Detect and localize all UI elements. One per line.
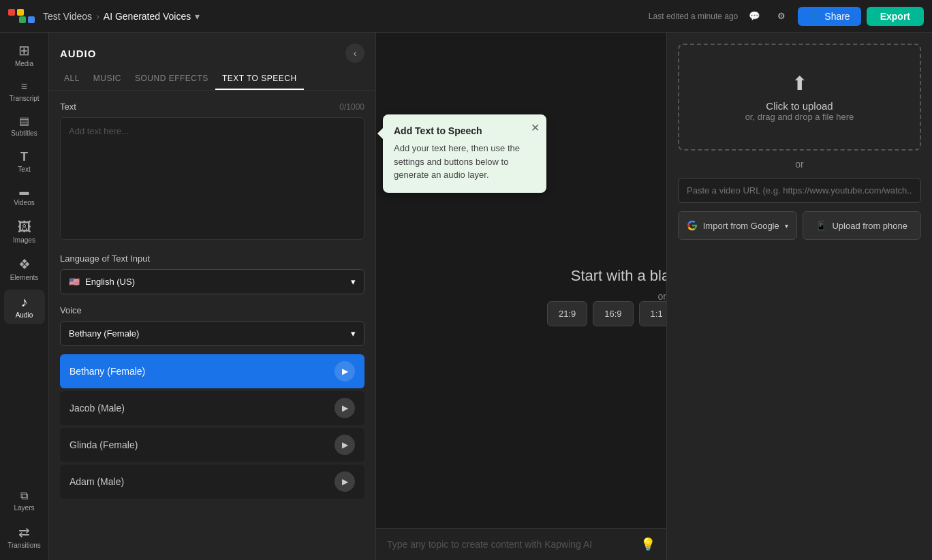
language-flag: 🇺🇸 bbox=[69, 277, 80, 287]
share-button[interactable]: 👤 Share bbox=[798, 7, 860, 26]
sidebar-item-transcript[interactable]: ≡ Transcript bbox=[4, 76, 45, 108]
upload-phone-button[interactable]: 📱 Upload from phone bbox=[803, 211, 922, 240]
voice-list: Bethany (Female) ▶ Jacob (Male) ▶ Glinda… bbox=[60, 354, 364, 499]
play-jacob-button[interactable]: ▶ bbox=[335, 398, 355, 418]
transcript-icon: ≡ bbox=[21, 81, 27, 92]
language-value: English (US) bbox=[85, 277, 351, 287]
sidebar-label-transcript: Transcript bbox=[9, 95, 39, 102]
upload-or-text: or bbox=[678, 159, 921, 170]
sidebar-item-text[interactable]: T Text bbox=[4, 145, 45, 178]
ai-topic-input[interactable] bbox=[387, 539, 640, 550]
tooltip-close-button[interactable]: ✕ bbox=[531, 121, 540, 134]
breadcrumb: Test Videos › AI Generated Voices ▾ bbox=[43, 11, 200, 22]
elements-icon: ❖ bbox=[18, 258, 31, 271]
panel-collapse-button[interactable]: ‹ bbox=[345, 44, 364, 63]
logo bbox=[8, 9, 35, 23]
voice-section: Voice Bethany (Female) ▾ Bethany (Female… bbox=[60, 305, 364, 499]
topbar-actions: Last edited a minute ago 💬 ⚙ 👤 Share Exp… bbox=[649, 5, 924, 27]
language-label: Language of Text Input bbox=[60, 253, 364, 264]
upload-text-sub: or, drag and drop a file here bbox=[693, 112, 906, 122]
import-google-button[interactable]: Import from Google ▾ bbox=[678, 211, 797, 240]
play-bethany-button[interactable]: ▶ bbox=[335, 361, 355, 382]
panel-content: Text 0/1000 Language of Text Input 🇺🇸 En… bbox=[49, 91, 375, 560]
canvas-area: Start with a blank canvas 21:9 16:9 1:1 … bbox=[376, 33, 932, 560]
upload-text-main: Click to upload bbox=[693, 100, 906, 112]
sidebar-label-videos: Videos bbox=[14, 199, 34, 206]
comment-button[interactable]: 💬 bbox=[743, 5, 765, 27]
language-chevron-icon: ▾ bbox=[351, 277, 356, 287]
share-icon: 👤 bbox=[809, 11, 820, 22]
voice-item-jacob[interactable]: Jacob (Male) ▶ bbox=[60, 391, 364, 425]
icon-sidebar: ⊞ Media ≡ Transcript ▤ Subtitles T Text … bbox=[0, 33, 49, 560]
voice-name-glinda: Glinda (Female) bbox=[69, 439, 138, 450]
sidebar-item-media[interactable]: ⊞ Media bbox=[4, 38, 45, 73]
sidebar-label-elements: Elements bbox=[10, 274, 39, 281]
videos-icon: ▬ bbox=[20, 187, 29, 196]
text-to-speech-input[interactable] bbox=[60, 117, 364, 240]
canvas-main: Start with a blank canvas 21:9 16:9 1:1 … bbox=[376, 33, 932, 560]
sidebar-label-media: Media bbox=[15, 60, 33, 67]
last-edited-label: Last edited a minute ago bbox=[649, 12, 738, 21]
subtitles-icon: ▤ bbox=[19, 116, 29, 127]
voice-item-bethany[interactable]: Bethany (Female) ▶ bbox=[60, 354, 364, 388]
breadcrumb-current: AI Generated Voices bbox=[104, 11, 191, 22]
voice-item-glinda[interactable]: Glinda (Female) ▶ bbox=[60, 428, 364, 462]
breadcrumb-dropdown-icon[interactable]: ▾ bbox=[195, 11, 200, 22]
audio-panel: AUDIO ‹ ALL MUSIC SOUND EFFECTS TEXT TO … bbox=[49, 33, 376, 560]
text-area-label: Text bbox=[60, 102, 76, 112]
voice-name-adam: Adam (Male) bbox=[69, 476, 124, 487]
panel-header: AUDIO ‹ bbox=[49, 33, 375, 68]
sidebar-label-transitions: Transitions bbox=[7, 542, 41, 549]
sidebar-item-videos[interactable]: ▬ Videos bbox=[4, 181, 45, 212]
upload-actions: Import from Google ▾ 📱 Upload from phone bbox=[678, 211, 921, 240]
ai-input-bar: 💡 bbox=[376, 528, 666, 560]
export-button[interactable]: Export bbox=[867, 7, 924, 26]
sidebar-item-images[interactable]: 🖼 Images bbox=[4, 215, 45, 249]
breadcrumb-separator: › bbox=[96, 11, 99, 22]
sidebar-item-audio[interactable]: ♪ Audio bbox=[4, 290, 45, 324]
images-icon: 🖼 bbox=[18, 220, 31, 234]
play-adam-button[interactable]: ▶ bbox=[335, 471, 355, 492]
canvas-or-text: or bbox=[658, 291, 666, 302]
voice-chevron-icon: ▾ bbox=[351, 328, 356, 339]
voice-selected-value: Bethany (Female) bbox=[69, 328, 351, 339]
settings-button[interactable]: ⚙ bbox=[771, 5, 792, 27]
text-char-count: 0/1000 bbox=[339, 102, 364, 112]
play-glinda-button[interactable]: ▶ bbox=[335, 435, 355, 455]
text-icon: T bbox=[20, 151, 28, 163]
tab-sound-effects[interactable]: SOUND EFFECTS bbox=[128, 68, 215, 90]
media-icon: ⊞ bbox=[18, 44, 30, 57]
upload-sub-text: or, drag and drop a file here bbox=[745, 112, 854, 122]
share-label: Share bbox=[824, 11, 850, 22]
audio-icon: ♪ bbox=[21, 295, 28, 309]
sidebar-item-elements[interactable]: ❖ Elements bbox=[4, 252, 45, 287]
sidebar-item-transitions[interactable]: ⇄ Transitions bbox=[4, 520, 45, 555]
tooltip-title: Add Text to Speech bbox=[394, 125, 535, 136]
sidebar-label-audio: Audio bbox=[16, 311, 33, 319]
aspect-21-9[interactable]: 21:9 bbox=[547, 301, 587, 326]
main-layout: ⊞ Media ≡ Transcript ▤ Subtitles T Text … bbox=[0, 33, 932, 560]
text-label-row: Text 0/1000 bbox=[60, 102, 364, 112]
panel-tabs: ALL MUSIC SOUND EFFECTS TEXT TO SPEECH bbox=[49, 68, 375, 91]
tab-text-to-speech[interactable]: TEXT TO SPEECH bbox=[215, 68, 304, 90]
sidebar-label-layers: Layers bbox=[14, 504, 34, 512]
language-section: Language of Text Input 🇺🇸 English (US) ▾ bbox=[60, 253, 364, 294]
tooltip-body: Add your text here, then use the setting… bbox=[394, 142, 535, 182]
voice-dropdown[interactable]: Bethany (Female) ▾ bbox=[60, 321, 364, 346]
voice-item-adam[interactable]: Adam (Male) ▶ bbox=[60, 465, 364, 499]
tab-all[interactable]: ALL bbox=[57, 68, 87, 90]
video-url-input[interactable] bbox=[678, 178, 921, 203]
language-dropdown[interactable]: 🇺🇸 English (US) ▾ bbox=[60, 269, 364, 294]
sidebar-item-subtitles[interactable]: ▤ Subtitles bbox=[4, 110, 45, 142]
tab-music[interactable]: MUSIC bbox=[87, 68, 128, 90]
aspect-16-9[interactable]: 16:9 bbox=[593, 301, 633, 326]
voice-name-jacob: Jacob (Male) bbox=[69, 403, 125, 414]
import-google-label: Import from Google bbox=[703, 221, 779, 231]
upload-panel: ⬆ Click to upload or, drag and drop a fi… bbox=[666, 33, 932, 560]
upload-drop-zone[interactable]: ⬆ Click to upload or, drag and drop a fi… bbox=[678, 44, 921, 151]
voice-label: Voice bbox=[60, 305, 364, 315]
sidebar-item-layers[interactable]: ⧉ Layers bbox=[4, 485, 45, 517]
import-google-chevron: ▾ bbox=[785, 222, 788, 230]
sidebar-label-subtitles: Subtitles bbox=[11, 129, 37, 137]
breadcrumb-parent[interactable]: Test Videos bbox=[43, 11, 92, 22]
